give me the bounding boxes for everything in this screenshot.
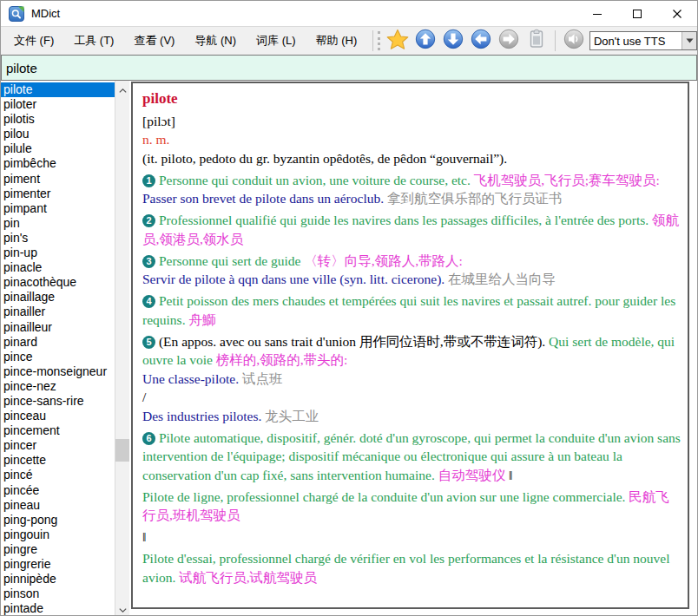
list-item[interactable]: ping-pong [1,513,115,528]
window-title: MDict [31,7,60,20]
list-item[interactable]: pilotis [1,112,115,127]
list-item[interactable]: pinacothèque [1,275,115,290]
toolbar-separator [372,30,373,51]
list-item[interactable]: pincée [1,483,115,498]
list-item[interactable]: pinnipède [1,572,115,587]
list-item[interactable]: pilule [1,141,115,156]
entry-paragraph: / [142,388,681,407]
back-button[interactable] [469,29,493,53]
entry-paragraph: Passer son brevet de pilote dans un aéro… [142,189,681,208]
list-item[interactable]: pineau [1,498,115,513]
menu-library[interactable]: 词库 (L) [248,29,304,53]
list-item[interactable]: pincer [1,438,115,453]
list-item[interactable]: pincette [1,453,115,468]
french-example: Une classe-pilote. [142,371,242,386]
list-item[interactable]: pinailler [1,305,115,319]
search-input[interactable] [1,55,697,81]
toolbar [384,29,588,53]
list-item[interactable]: pince [1,350,115,364]
menu-items: 文件 (F)工具 (T)查看 (V)导航 (N)词库 (L)帮助 (H) [6,29,369,53]
list-item[interactable]: pincé [1,468,115,482]
list-item[interactable]: pinceau [1,409,115,423]
scrollbar-thumb[interactable] [115,439,129,462]
toolbar-separator [555,30,556,51]
french-example: Des industries pilotes. [142,409,265,423]
entry-paragraph: pilote [142,89,681,108]
chinese-translation: 飞机驾驶员,飞行员;赛车驾驶员: [474,173,660,187]
list-item-selected[interactable]: pilote [1,82,115,97]
list-item[interactable]: pinacle [1,260,115,275]
list-item[interactable]: pinson [1,587,115,601]
list-item[interactable]: piment [1,172,115,187]
list-item[interactable]: pimpant [1,201,115,216]
speak-button [562,29,586,53]
maximize-button[interactable] [617,1,657,26]
list-item[interactable]: pingre [1,542,115,557]
list-item[interactable]: pimenter [1,187,115,201]
close-icon [673,6,682,22]
entry-paragraph: n. m. [142,130,681,149]
french-definition: Pilote de ligne, professionnel chargé de… [142,489,629,504]
list-item[interactable]: pimbêche [1,156,115,171]
menu-view[interactable]: 查看 (V) [126,29,182,53]
menu-tools[interactable]: 工具 (T) [66,29,122,53]
list-item[interactable]: pin [1,216,115,231]
plain-text: ‖ [142,529,146,544]
list-item[interactable]: pinard [1,335,115,350]
list-item[interactable]: pincement [1,423,115,438]
titlebar[interactable]: MDict [1,1,697,27]
menu-file[interactable]: 文件 (F) [6,29,62,53]
speaker-icon [563,29,584,53]
menu-help[interactable]: 帮助 (H) [308,29,365,53]
list-item[interactable]: pince-monseigneur [1,364,115,379]
list-item[interactable]: pince-nez [1,379,115,394]
entry-paragraph: [pilɔt] [142,112,681,131]
dropdown-arrow-icon[interactable] [682,32,696,49]
sense-number-badge: 6 [142,432,155,445]
list-item[interactable]: pince-sans-rire [1,394,115,409]
definition-pane[interactable]: pilote[pilɔt]n. m.(it. piloto, pedoto du… [131,82,689,609]
list-item[interactable]: pingouin [1,528,115,542]
list-item[interactable]: pinaillage [1,290,115,305]
french-definition: Personne qui sert de guide [155,253,304,268]
list-item[interactable]: pintade [1,601,115,615]
entry-paragraph: 1 Personne qui conduit un avion, une voi… [142,171,681,190]
list-item[interactable]: pinailleur [1,320,115,335]
minimize-button[interactable] [577,1,617,26]
scroll-up-button[interactable] [413,29,438,53]
plain-text: / [142,390,146,404]
entry-paragraph: Une classe-pilote. 试点班 [142,370,681,389]
plain-text: (En appos. avec ou sans trait d'union 用作… [155,334,549,349]
chevron-down-icon [119,600,127,616]
french-definition: Professionnel qualifié qui guide les nav… [155,213,652,227]
entry-paragraph: Des industries pilotes. 龙头工业 [142,407,681,426]
menu-navigate[interactable]: 导航 (N) [187,29,244,53]
scrollbar-up-button[interactable] [115,81,129,95]
menubar: 文件 (F)工具 (T)查看 (V)导航 (N)词库 (L)帮助 (H) Don… [1,27,697,55]
toolbar-grip-handle[interactable] [378,31,380,50]
tts-select[interactable]: Don't use TTS [589,31,697,50]
french-definition: Pilote automatique, dispositif, génér. d… [142,430,681,482]
plain-text: (it. piloto, pedoto du gr. byzantin opêd… [142,151,507,166]
main-area: pilotepiloterpilotispiloupilulepimbêchep… [1,81,697,615]
list-item[interactable]: piloter [1,97,115,112]
french-definition: Personne qui conduit un avion, une voitu… [155,173,474,187]
wordlist-scrollbar[interactable] [115,81,129,615]
headword: pilote [142,90,178,107]
chinese-translation: 〈转〉向导,领路人,带路人: [304,253,463,268]
minimize-icon [593,6,602,22]
scrollbar-track[interactable] [115,95,129,600]
close-button[interactable] [657,1,697,26]
entry-paragraph: 2 Professionnel qualifié qui guide les n… [142,211,681,248]
scrollbar-down-button[interactable] [115,600,129,615]
list-item[interactable]: pin-up [1,246,115,260]
favorites-button[interactable] [385,29,410,53]
list-item[interactable]: pin's [1,231,115,246]
scroll-down-button[interactable] [441,29,465,53]
entry-paragraph: Servir de pilote à qqn dans une ville (s… [142,270,681,289]
french-example: Passer son brevet de pilote dans un aéro… [142,191,387,206]
list-item[interactable]: pingrerie [1,557,115,572]
circle-right-arrow-icon [498,29,519,53]
circle-down-arrow-icon [443,29,464,53]
list-item[interactable]: pilou [1,127,115,141]
